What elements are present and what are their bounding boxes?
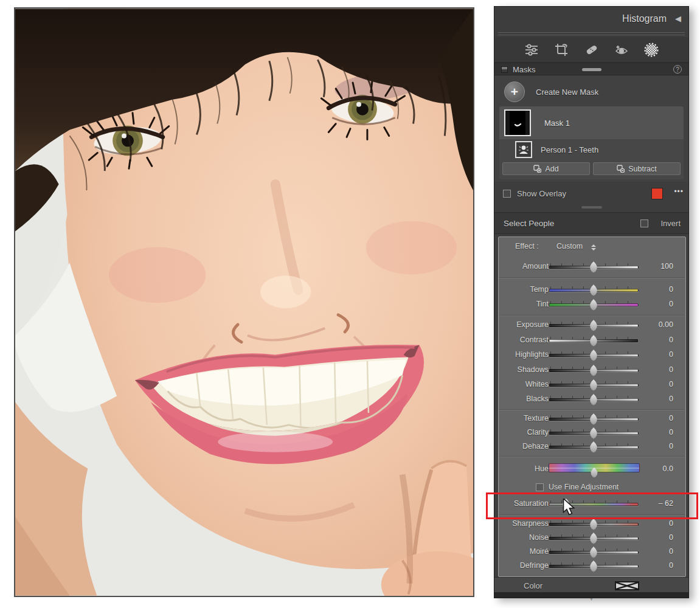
- slider-row-contrast: Contrast 0: [499, 333, 685, 348]
- exposure-slider[interactable]: [549, 324, 639, 327]
- overlay-color-swatch[interactable]: [651, 188, 663, 199]
- effect-header: Effect : Custom: [499, 242, 685, 254]
- photo-canvas[interactable]: [14, 7, 474, 597]
- sharpness-slider[interactable]: [549, 523, 639, 526]
- portrait-illustration: [15, 9, 473, 596]
- drag-handle[interactable]: [581, 206, 602, 209]
- plus-circle-icon[interactable]: +: [504, 81, 525, 102]
- masks-panel-icon: [501, 66, 508, 73]
- edit-toolbar: [494, 37, 688, 63]
- overlay-more-button[interactable]: •••: [674, 187, 684, 196]
- contrast-slider[interactable]: [549, 339, 639, 342]
- add-icon: [533, 165, 541, 173]
- show-overlay-checkbox[interactable]: [503, 190, 511, 198]
- show-overlay-row: Show Overlay •••: [494, 184, 688, 204]
- select-people-bar: Select People Invert: [494, 212, 688, 234]
- slider-row-temp: Temp 0: [499, 283, 685, 297]
- create-new-mask-label: Create New Mask: [536, 88, 598, 97]
- slider-row-amount: Amount 100: [499, 260, 685, 274]
- moire-slider[interactable]: [549, 551, 639, 554]
- red-eye-icon[interactable]: [612, 41, 631, 59]
- masks-title: Masks: [513, 65, 536, 74]
- temp-slider[interactable]: [549, 289, 639, 292]
- drag-handle[interactable]: [582, 68, 601, 71]
- help-icon[interactable]: ?: [673, 65, 682, 74]
- subtract-label: Subtract: [628, 165, 657, 173]
- blacks-slider[interactable]: [549, 398, 639, 401]
- slider-row-clarity: Clarity 0: [499, 426, 685, 440]
- slider-row-texture: Texture 0: [499, 412, 685, 426]
- amount-slider[interactable]: [549, 266, 639, 269]
- divider: [498, 32, 685, 33]
- subtract-button[interactable]: Subtract: [593, 162, 681, 175]
- slider-row-whites: Whites 0: [499, 378, 685, 392]
- person-teeth-label: Person 1 - Teeth: [541, 145, 598, 154]
- masking-icon[interactable]: [642, 41, 660, 59]
- slider-row-saturation: Saturation – 62: [499, 497, 685, 511]
- masks-header[interactable]: Masks ?: [494, 63, 688, 75]
- effect-label: Effect :: [515, 242, 539, 250]
- mask1-label: Mask 1: [544, 119, 570, 128]
- effect-panel: Effect : Custom Amount 100 Temp 0 Tint 0…: [498, 237, 686, 577]
- color-label: Color: [524, 581, 542, 590]
- slider-row-dehaze: Dehaze 0: [499, 440, 685, 454]
- texture-slider[interactable]: [549, 418, 639, 421]
- divider: [499, 315, 685, 316]
- subtract-icon: [617, 165, 625, 173]
- highlights-slider[interactable]: [549, 354, 639, 357]
- panel-collapse-icon[interactable]: ◀: [675, 14, 681, 23]
- slider-row-noise: Noise 0: [499, 531, 685, 545]
- effect-preset-dropdown[interactable]: Custom: [556, 242, 583, 250]
- slider-row-highlights: Highlights 0: [499, 348, 685, 362]
- healing-icon[interactable]: [583, 41, 601, 59]
- slider-row-exposure: Exposure 0.00: [499, 318, 685, 333]
- defringe-slider[interactable]: [549, 565, 639, 568]
- slider-row-sharpness: Sharpness 0: [499, 517, 685, 531]
- invert-checkbox[interactable]: [640, 219, 648, 227]
- show-overlay-label: Show Overlay: [517, 189, 566, 198]
- histogram-title: Histogram: [622, 13, 667, 24]
- slider-row-shadows: Shadows 0: [499, 363, 685, 378]
- slider-row-defringe: Defringe 0: [499, 559, 685, 573]
- slider-thumb[interactable]: [590, 468, 598, 478]
- masks-body: + Create New Mask Mask 1: [494, 76, 688, 182]
- person-teeth-row[interactable]: Person 1 - Teeth: [499, 139, 684, 160]
- slider-row-hue: Hue 0.0: [499, 461, 685, 477]
- fine-adjustment-row: Use Fine Adjustment: [499, 482, 685, 494]
- dehaze-slider[interactable]: [549, 446, 639, 449]
- divider: [499, 456, 685, 457]
- mask-group: Mask 1 Person 1 - Teeth: [499, 106, 684, 179]
- divider: [499, 277, 685, 278]
- whites-slider[interactable]: [549, 384, 639, 387]
- use-fine-adjustment-checkbox[interactable]: [536, 483, 544, 491]
- divider: [499, 409, 685, 410]
- color-swatch-none[interactable]: [615, 581, 639, 590]
- divider: [498, 35, 685, 35]
- shadows-slider[interactable]: [549, 369, 639, 372]
- noise-slider[interactable]: [549, 537, 639, 540]
- add-label: Add: [545, 165, 558, 173]
- panel-resize-strip[interactable]: ▼: [494, 592, 688, 598]
- add-button[interactable]: Add: [502, 162, 590, 175]
- chevron-down-icon: ▼: [589, 597, 594, 602]
- clarity-slider[interactable]: [549, 432, 639, 435]
- crop-icon[interactable]: [552, 41, 570, 59]
- hue-slider[interactable]: [549, 463, 640, 472]
- mask1-row[interactable]: Mask 1: [499, 106, 684, 139]
- tint-slider[interactable]: [549, 303, 639, 306]
- create-new-mask-button[interactable]: + Create New Mask: [501, 78, 682, 105]
- saturation-slider[interactable]: [549, 503, 639, 506]
- slider-row-blacks: Blacks 0: [499, 392, 685, 407]
- select-people-title: Select People: [504, 219, 554, 228]
- person-mask-thumbnail[interactable]: [515, 141, 532, 158]
- basic-adjust-icon[interactable]: [522, 41, 541, 59]
- mask1-thumbnail[interactable]: [504, 109, 531, 136]
- slider-row-tint: Tint 0: [499, 297, 685, 312]
- histogram-header[interactable]: Histogram ◀: [494, 7, 688, 31]
- right-panel: Histogram ◀: [494, 6, 689, 598]
- chevron-up-down-icon[interactable]: [591, 243, 597, 252]
- use-fine-adjustment-label: Use Fine Adjustment: [549, 483, 619, 491]
- divider: [499, 514, 685, 516]
- color-row: Color: [494, 577, 688, 594]
- slider-row-moire: Moiré 0: [499, 545, 685, 559]
